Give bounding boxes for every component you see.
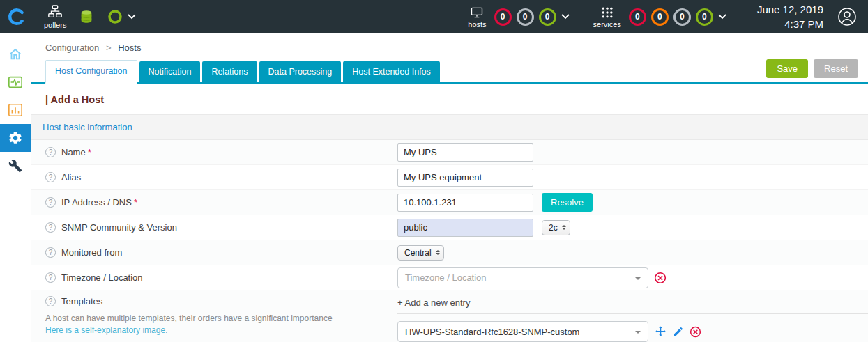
field-label: Timezone / Location — [61, 272, 143, 283]
database-status[interactable] — [79, 8, 94, 25]
services-status-group: services 0 0 0 0 — [593, 6, 726, 29]
chart-icon — [8, 102, 23, 118]
pulse-monitor-icon — [8, 75, 23, 90]
hosts-icon — [469, 6, 485, 20]
tab-host-configuration[interactable]: Host Configuration — [45, 60, 137, 84]
centreon-logo[interactable] — [0, 0, 31, 33]
breadcrumb: Configuration > Hosts — [31, 33, 868, 58]
form-row-templates: ? Templates A host can have multiple tem… — [31, 290, 868, 342]
tab-relations[interactable]: Relations — [202, 61, 257, 82]
tab-notification[interactable]: Notification — [139, 61, 201, 82]
pollers-icon — [47, 4, 63, 20]
dropdown-caret-icon — [635, 331, 641, 336]
chevron-down-icon[interactable] — [561, 14, 570, 20]
sidebar-item-monitoring[interactable] — [0, 68, 31, 96]
sidebar-item-home[interactable] — [0, 40, 31, 68]
services-critical-counter[interactable]: 0 — [629, 8, 646, 26]
form-row-alias: ? Alias — [31, 165, 868, 190]
snmp-community-input[interactable] — [397, 219, 533, 237]
resolve-button[interactable]: Resolve — [542, 193, 593, 212]
template-move-handle[interactable] — [654, 325, 667, 339]
template-edit-button[interactable] — [673, 326, 684, 337]
help-icon[interactable]: ? — [45, 172, 56, 182]
wrench-icon — [8, 159, 22, 173]
sidebar-item-reporting[interactable] — [0, 96, 31, 124]
snmp-version-select[interactable]: 2c — [542, 220, 570, 235]
topbar: pollers hosts 0 0 0 — [0, 0, 868, 33]
name-input[interactable] — [397, 143, 533, 162]
form-row-snmp: ? SNMP Community & Version 2c — [31, 215, 868, 240]
help-icon[interactable]: ? — [45, 222, 56, 233]
select-arrows-icon — [562, 223, 566, 232]
save-button[interactable]: Save — [766, 59, 808, 78]
field-label: Monitored from — [61, 247, 122, 258]
pollers-label: pollers — [44, 21, 66, 29]
sidebar — [0, 33, 31, 342]
services-menu[interactable]: services — [593, 6, 621, 29]
pencil-icon — [673, 326, 684, 337]
hosts-menu[interactable]: hosts — [468, 6, 486, 29]
reset-button[interactable]: Reset — [814, 59, 858, 78]
hosts-down-counter[interactable]: 0 — [494, 8, 512, 26]
form-row-ip: ? IP Address / DNS* Resolve — [31, 190, 868, 215]
help-icon[interactable]: ? — [45, 296, 56, 306]
sidebar-item-administration[interactable] — [0, 152, 31, 180]
form-row-name: ? Name* — [31, 140, 868, 165]
services-warning-counter[interactable]: 0 — [651, 8, 669, 26]
add-template-entry-link[interactable]: + Add a new entry — [397, 296, 868, 313]
template-select[interactable]: HW-UPS-Standard-Rfc1628-SNMP-custom — [397, 321, 648, 342]
user-menu[interactable] — [837, 7, 857, 26]
field-label: Name* — [61, 147, 91, 157]
services-ok-counter[interactable]: 0 — [696, 8, 713, 26]
home-icon — [8, 47, 23, 62]
poller-status-menu[interactable] — [107, 8, 136, 25]
chevron-down-icon[interactable] — [718, 14, 726, 20]
clear-x-icon — [654, 272, 667, 284]
field-label: IP Address / DNS* — [61, 197, 137, 208]
help-icon[interactable]: ? — [45, 272, 56, 283]
template-delete-button[interactable] — [690, 326, 701, 338]
dropdown-caret-icon — [635, 277, 641, 283]
gear-icon — [8, 130, 23, 146]
main-content: Configuration > Hosts Host Configuration… — [31, 33, 868, 342]
section-header: Host basic information — [31, 114, 868, 140]
form-row-monitored-from: ? Monitored from Central — [31, 240, 868, 265]
timezone-clear-button[interactable] — [654, 272, 667, 284]
breadcrumb-separator: > — [106, 42, 112, 53]
field-label: Templates — [61, 296, 102, 306]
templates-helper-link[interactable]: Here is a self-explanatory image. — [45, 325, 167, 335]
form: ? Name* ? Alias — [31, 140, 868, 342]
field-label: SNMP Community & Version — [61, 222, 177, 233]
delete-x-icon — [690, 326, 701, 338]
help-icon[interactable]: ? — [45, 147, 56, 157]
chevron-down-icon — [128, 14, 136, 20]
select-arrows-icon — [436, 248, 440, 257]
field-label: Alias — [61, 172, 81, 182]
centreon-c-icon — [7, 8, 25, 26]
pollers-menu[interactable]: pollers — [44, 4, 66, 29]
tab-data-processing[interactable]: Data Processing — [259, 61, 342, 82]
tab-host-extended-infos[interactable]: Host Extended Infos — [343, 61, 440, 82]
breadcrumb-configuration[interactable]: Configuration — [45, 42, 99, 53]
help-icon[interactable]: ? — [45, 247, 56, 258]
divider — [397, 313, 868, 314]
move-icon — [654, 325, 667, 339]
alias-input[interactable] — [397, 169, 533, 187]
services-unknown-counter[interactable]: 0 — [673, 8, 691, 26]
services-label: services — [593, 20, 621, 29]
monitored-from-select[interactable]: Central — [397, 245, 444, 261]
tab-bar: Host Configuration Notification Relation… — [31, 58, 868, 84]
ip-input[interactable] — [397, 194, 533, 212]
database-icon — [79, 8, 94, 25]
current-time: 4:37 PM — [757, 17, 823, 31]
hosts-unreachable-counter[interactable]: 0 — [517, 8, 534, 26]
form-row-timezone: ? Timezone / Location Timezone / Locatio… — [31, 265, 868, 290]
help-icon[interactable]: ? — [45, 197, 56, 208]
hosts-up-counter[interactable]: 0 — [539, 8, 556, 26]
current-date: June 12, 2019 — [757, 2, 823, 17]
sidebar-item-configuration[interactable] — [0, 124, 31, 152]
user-icon — [837, 7, 857, 26]
hosts-label: hosts — [468, 20, 486, 29]
breadcrumb-hosts[interactable]: Hosts — [118, 42, 141, 53]
timezone-select[interactable]: Timezone / Location — [397, 267, 648, 288]
